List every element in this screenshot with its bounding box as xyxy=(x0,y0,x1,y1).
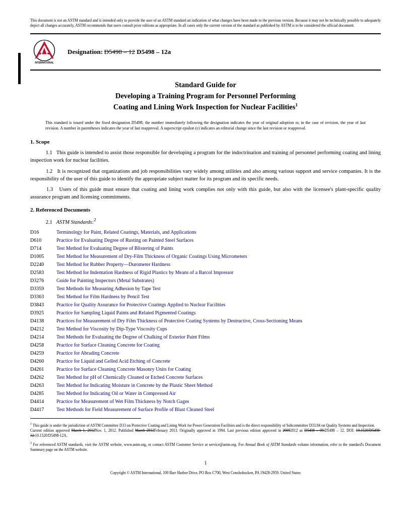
astm-label-text: ASTM Standards: xyxy=(56,219,94,224)
astm-logo: INTERNATIONAL xyxy=(30,37,59,66)
ref-title: Test Method for Indentation Hardness of … xyxy=(56,269,234,276)
ref-title: Test Methods for Measuring Adhesion by T… xyxy=(56,285,161,292)
ref-code: D4259 xyxy=(30,350,56,357)
designation-label: Designation: xyxy=(67,48,103,55)
ref-code: D4263 xyxy=(30,382,56,389)
scope-para-1-num: 1.1 xyxy=(46,150,52,155)
ref-code: D4258 xyxy=(30,342,56,349)
ref-code: D4261 xyxy=(30,366,56,373)
scope-para-1: 1.1 This guide is intended to assist tho… xyxy=(30,149,381,164)
list-item: D3276 Guide for Painting Inspectors (Met… xyxy=(30,277,381,284)
ref-title: Practice for Surface Cleaning Concrete f… xyxy=(56,342,160,349)
ref-code: D16 xyxy=(30,229,56,236)
scope-para-3-text: Users of this guide must ensure that coa… xyxy=(30,186,381,200)
scope-heading: 1. Scope xyxy=(30,138,381,146)
page-number: 1 xyxy=(30,459,381,467)
ref-code: D3925 xyxy=(30,309,56,316)
list-item: D4263 Test Method for Indicating Moistur… xyxy=(30,382,381,389)
ref-code: D4262 xyxy=(30,374,56,381)
list-item: D4258 Practice for Surface Cleaning Conc… xyxy=(30,342,381,349)
ref-code: D4260 xyxy=(30,358,56,365)
ref-title: Test Method for Indicating Oil or Water … xyxy=(56,390,176,397)
designation-old: D5498 – 12 xyxy=(104,48,137,55)
ref-title: Practice for Sampling Liquid Paints and … xyxy=(56,309,196,316)
title-section: Standard Guide for Developing a Training… xyxy=(30,80,381,112)
list-item: D3843 Practice for Quality Assurance for… xyxy=(30,301,381,308)
list-item: D4285 Test Method for Indicating Oil or … xyxy=(30,390,381,397)
ref-title: Practice for Evaluating Degree of Rustin… xyxy=(56,237,193,244)
ref-title: Test Method for Rubber Property—Duromete… xyxy=(56,261,170,268)
ref-title: Test Method for Film Hardness by Pencil … xyxy=(56,293,149,300)
ref-title: Test Method for pH of Chemically Cleaned… xyxy=(56,374,202,381)
list-item: D3363 Test Method for Film Hardness by P… xyxy=(30,293,381,300)
ref-title: Practice for Abrading Concrete xyxy=(56,350,119,357)
ref-code: D4214 xyxy=(30,334,56,341)
list-item: D4259 Practice for Abrading Concrete xyxy=(30,350,381,357)
ref-title: Terminology for Paint, Related Coatings,… xyxy=(56,229,196,236)
designation-block: Designation: D5498 – 12 D5498 – 12a xyxy=(67,47,171,56)
ref-code: D4138 xyxy=(30,317,56,324)
list-item: D4214 Test Methods for Evaluating the De… xyxy=(30,334,381,341)
copyright: Copyright © ASTM International, 100 Barr… xyxy=(30,471,381,476)
ref-code: D4417 xyxy=(30,406,56,413)
list-item: D2240 Test Method for Rubber Property—Du… xyxy=(30,261,381,268)
ref-code: D2583 xyxy=(30,269,56,276)
top-notice: This document is not an ASTM standard an… xyxy=(30,18,381,28)
black-bar xyxy=(18,53,21,84)
list-item: D3925 Practice for Sampling Liquid Paint… xyxy=(30,309,381,316)
ref-code: D714 xyxy=(30,245,56,252)
ref-title: Practice for Surface Cleaning Concrete M… xyxy=(56,366,191,373)
scope-para-3-num: 1.3 xyxy=(46,186,53,192)
designation-new: D5498 – 12a xyxy=(136,48,171,55)
ref-title: Practice for Quality Assurance for Prote… xyxy=(56,301,225,308)
footnote-2: 2 For referenced ASTM standards, visit t… xyxy=(30,441,381,453)
ref-title: Guide for Painting Inspectors (Metal Sub… xyxy=(56,277,154,284)
list-item: D4260 Practice for Liquid and Gelled Aci… xyxy=(30,358,381,365)
ref-code: D3363 xyxy=(30,293,56,300)
scope-para-2-num: 1.2 xyxy=(46,168,52,174)
document-title: Standard Guide for Developing a Training… xyxy=(30,80,381,112)
ref-code: D3843 xyxy=(30,301,56,308)
ref-code: D4285 xyxy=(30,390,56,397)
svg-text:INTERNATIONAL: INTERNATIONAL xyxy=(35,62,54,64)
footnote-divider xyxy=(30,418,141,419)
list-item: D3359 Test Methods for Measuring Adhesio… xyxy=(30,285,381,292)
list-item: D4414 Practice for Measurement of Wet Fi… xyxy=(30,398,381,405)
referenced-heading: 2. Referenced Documents xyxy=(30,206,381,214)
ref-title: Practice for Liquid and Gelled Acid Etch… xyxy=(56,358,170,365)
list-item: D1005 Test Method for Measurement of Dry… xyxy=(30,253,381,260)
list-item: D4261 Practice for Surface Cleaning Conc… xyxy=(30,366,381,373)
ref-code: D3359 xyxy=(30,285,56,292)
list-item: D2583 Test Method for Indentation Hardne… xyxy=(30,269,381,276)
scope-para-2: 1.2 It is recognized that organizations … xyxy=(30,167,381,182)
ref-title: Test Methods for Field Measurement of Su… xyxy=(56,406,214,413)
scope-para-3: 1.3 Users of this guide must ensure that… xyxy=(30,185,381,201)
ref-title: Test Method for Viscosity by Dip-Type Vi… xyxy=(56,325,167,332)
ref-code: D4212 xyxy=(30,325,56,332)
ref-code: D2240 xyxy=(30,261,56,268)
list-item: D16 Terminology for Paint, Related Coati… xyxy=(30,229,381,236)
list-item: D4212 Test Method for Viscosity by Dip-T… xyxy=(30,325,381,332)
scope-para-1-text: This guide is intended to assist those r… xyxy=(30,150,381,163)
ref-title: Test Method for Indicating Moisture in C… xyxy=(56,382,213,389)
list-item: D4262 Test Method for pH of Chemically C… xyxy=(30,374,381,381)
ref-code: D3276 xyxy=(30,277,56,284)
footnote-1: 1 This guide is under the jurisdiction o… xyxy=(30,422,381,439)
ref-title: Practices for Measurement of Dry Film Th… xyxy=(56,317,302,324)
list-item: D610 Practice for Evaluating Degree of R… xyxy=(30,237,381,244)
ref-title: Test Method for Measurement of Dry-Film … xyxy=(56,253,247,260)
header-row: INTERNATIONAL Designation: D5498 – 12 D5… xyxy=(30,33,381,71)
ref-code: D610 xyxy=(30,237,56,244)
list-item: D4417 Test Methods for Field Measurement… xyxy=(30,406,381,413)
standard-notice: This standard is issued under the fixed … xyxy=(45,120,366,131)
list-item: D714 Test Method for Evaluating Degree o… xyxy=(30,245,381,252)
ref-title: Test Method for Evaluating Degree of Bli… xyxy=(56,245,173,252)
ref-code: D4414 xyxy=(30,398,56,405)
ref-title: Practice for Measurement of Wet Film Thi… xyxy=(56,398,189,405)
reference-list: D16 Terminology for Paint, Related Coati… xyxy=(30,229,381,413)
list-item: D4138 Practices for Measurement of Dry F… xyxy=(30,317,381,324)
ref-code: D1005 xyxy=(30,253,56,260)
designation-old-text: D5498 – 12 xyxy=(104,48,135,55)
scope-para-2-text: It is recognized that organizations and … xyxy=(30,168,381,181)
ref-title: Test Methods for Evaluating the Degree o… xyxy=(56,334,210,341)
